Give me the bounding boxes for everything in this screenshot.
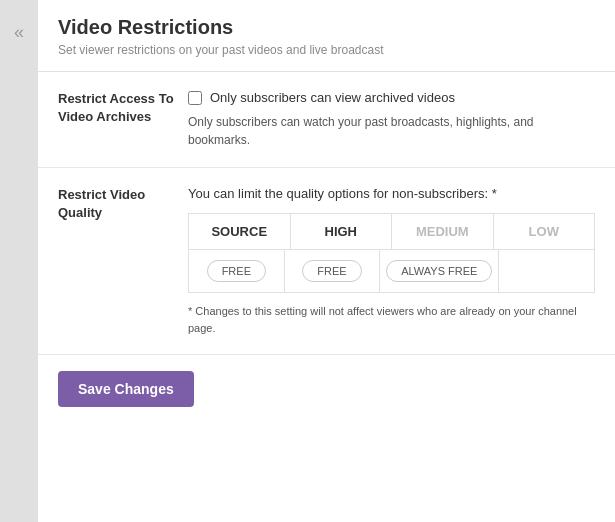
sidebar: « xyxy=(0,0,38,522)
source-free-badge: FREE xyxy=(207,260,266,282)
subscriber-checkbox-label: Only subscribers can view archived video… xyxy=(210,90,455,105)
quality-header-row: SOURCE HIGH MEDIUM LOW xyxy=(189,214,594,250)
page-header: Video Restrictions Set viewer restrictio… xyxy=(38,0,615,72)
quality-value-row: FREE FREE ALWAYS FREE xyxy=(189,250,594,292)
restrict-quality-content: You can limit the quality options for no… xyxy=(188,186,595,336)
main-content: Video Restrictions Set viewer restrictio… xyxy=(38,0,615,522)
quality-intro: You can limit the quality options for no… xyxy=(188,186,595,201)
quality-value-high: FREE xyxy=(285,250,381,292)
medium-always-free-badge: ALWAYS FREE xyxy=(386,260,492,282)
restrict-quality-section: Restrict Video Quality You can limit the… xyxy=(38,168,615,355)
subscriber-checkbox-row[interactable]: Only subscribers can view archived video… xyxy=(188,90,595,105)
quality-note: * Changes to this setting will not affec… xyxy=(188,303,595,336)
quality-value-medium: ALWAYS FREE xyxy=(380,250,499,292)
quality-value-low xyxy=(499,250,594,292)
restrict-access-label: Restrict Access To Video Archives xyxy=(58,90,188,149)
restrict-access-section: Restrict Access To Video Archives Only s… xyxy=(38,72,615,168)
restrict-access-content: Only subscribers can view archived video… xyxy=(188,90,595,149)
page-subtitle: Set viewer restrictions on your past vid… xyxy=(58,43,595,57)
save-changes-button[interactable]: Save Changes xyxy=(58,371,194,407)
quality-col-low: LOW xyxy=(494,214,595,249)
collapse-arrow-icon[interactable]: « xyxy=(14,22,24,43)
access-description: Only subscribers can watch your past bro… xyxy=(188,113,595,149)
page-footer: Save Changes xyxy=(38,355,615,423)
quality-col-source: SOURCE xyxy=(189,214,291,249)
page-title: Video Restrictions xyxy=(58,16,595,39)
quality-table: SOURCE HIGH MEDIUM LOW FREE FREE xyxy=(188,213,595,293)
quality-value-source: FREE xyxy=(189,250,285,292)
quality-col-medium: MEDIUM xyxy=(392,214,494,249)
quality-col-high: HIGH xyxy=(291,214,393,249)
high-free-badge: FREE xyxy=(302,260,361,282)
subscriber-checkbox[interactable] xyxy=(188,91,202,105)
restrict-quality-label: Restrict Video Quality xyxy=(58,186,188,336)
